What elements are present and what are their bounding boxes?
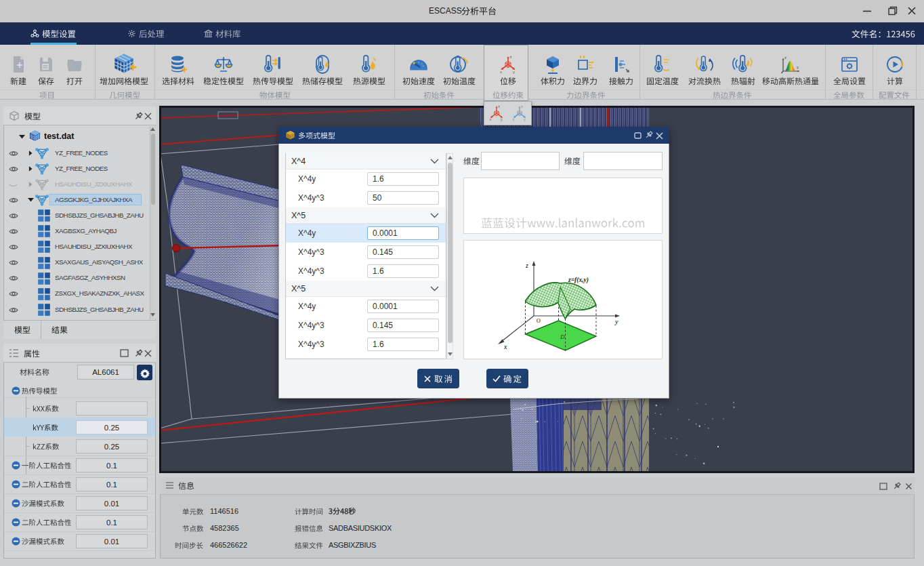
svg-text:z: z [525, 262, 528, 269]
svg-text:y: y [513, 70, 515, 74]
svg-text:O: O [537, 318, 541, 324]
svg-text:x: x [513, 117, 515, 121]
svg-text:y: y [797, 65, 799, 69]
svg-text:D: D [560, 333, 565, 340]
svg-text:z: z [498, 104, 500, 108]
svg-text:z: z [509, 55, 511, 59]
svg-text:z=f(x,y): z=f(x,y) [568, 277, 589, 284]
svg-text:x: x [503, 343, 507, 350]
svg-text:y: y [614, 318, 618, 325]
svg-text:x: x [500, 70, 502, 74]
svg-text:y: y [501, 117, 503, 121]
svg-text:x: x [490, 117, 492, 121]
svg-text:z: z [784, 56, 786, 60]
svg-text:y: y [524, 117, 526, 121]
svg-text:z: z [521, 104, 523, 108]
